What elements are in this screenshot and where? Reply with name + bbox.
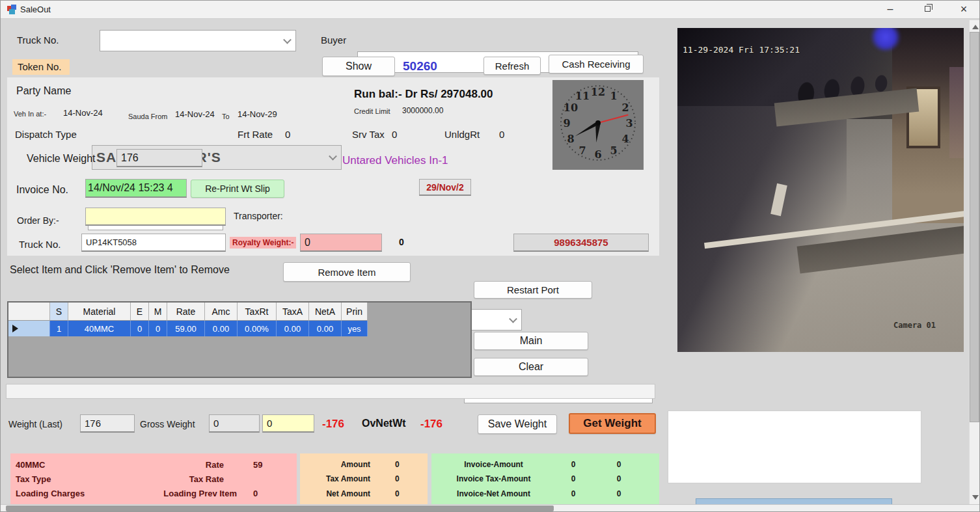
veh-in-label: Veh In at:- bbox=[14, 110, 46, 118]
grid-row-selected[interactable]: 1 40MMC 0 0 59.00 0.00 0.00% 0.00 0.00 y… bbox=[8, 321, 470, 336]
invoice-tax-v2: 0 bbox=[596, 474, 642, 483]
vertical-scrollbar-thumb[interactable] bbox=[970, 32, 979, 422]
grid-header[interactable]: Prin bbox=[342, 303, 368, 321]
grid-header[interactable]: TaxA bbox=[277, 303, 309, 321]
tax-type-label: Tax Type bbox=[16, 474, 165, 484]
camera-building-edge bbox=[949, 67, 964, 158]
grid-cell[interactable]: 0 bbox=[131, 321, 149, 336]
invoice-no-field[interactable]: 14/Nov/24 15:23 4 bbox=[85, 179, 187, 198]
invoice-amount-label: Invoice-Amount bbox=[437, 460, 551, 469]
token-number: 50260 bbox=[403, 59, 437, 74]
grid-header[interactable]: M bbox=[149, 303, 167, 321]
reprint-wt-slip-button[interactable]: Re-Print Wt Slip bbox=[191, 180, 284, 198]
show-button[interactable]: Show bbox=[322, 57, 395, 76]
truck-no-field[interactable]: UP14KT5058 bbox=[81, 234, 226, 252]
clock-numeral: 1 bbox=[610, 90, 617, 102]
material-summary-panel: 40MMC Rate 59 Tax Type Tax Rate Loading … bbox=[10, 453, 297, 505]
camera-timestamp: 11-29-2024 Fri 17:35:21 bbox=[683, 45, 800, 55]
grid-cell[interactable]: 0.00 bbox=[205, 321, 238, 336]
dispatch-type-label: Dispatch Type bbox=[15, 129, 77, 140]
row-selector-cell[interactable] bbox=[8, 321, 50, 336]
remove-item-button[interactable]: Remove Item bbox=[283, 262, 411, 282]
clock-center-icon bbox=[595, 120, 601, 126]
scroll-up-icon[interactable] bbox=[972, 25, 979, 29]
net-amount-value: 0 bbox=[395, 489, 400, 498]
gross-weight-field[interactable]: 0 bbox=[209, 414, 260, 433]
refresh-button[interactable]: Refresh bbox=[483, 57, 541, 75]
clock-numeral: 6 bbox=[594, 148, 601, 161]
truck-no-label: Truck No. bbox=[17, 34, 59, 46]
grid-header[interactable]: NetA bbox=[309, 303, 342, 321]
grid-header[interactable]: Rate bbox=[167, 303, 205, 321]
loading-charges-label: Loading Charges bbox=[16, 489, 152, 498]
close-button[interactable]: × bbox=[949, 1, 978, 19]
grid-header[interactable]: Material bbox=[68, 303, 131, 321]
grid-header-row: S Material E M Rate Amc TaxRt TaxA NetA … bbox=[8, 303, 470, 321]
weight-last-field[interactable]: 176 bbox=[80, 414, 135, 433]
row-selector-arrow-icon bbox=[12, 325, 18, 332]
horizontal-scrollbar-thumb[interactable] bbox=[6, 505, 554, 511]
order-by-field[interactable] bbox=[85, 208, 226, 226]
grid-header[interactable]: E bbox=[131, 303, 149, 321]
grid-header[interactable]: TaxRt bbox=[238, 303, 277, 321]
grid-cell[interactable]: 0.00 bbox=[277, 321, 309, 336]
sauda-from-label: Sauda From bbox=[128, 113, 168, 120]
truck-no-combobox[interactable] bbox=[100, 30, 296, 51]
tax-rate-label: Tax Rate bbox=[165, 474, 224, 484]
grid-cell[interactable]: 0 bbox=[149, 321, 167, 336]
clear-button[interactable]: Clear bbox=[474, 358, 588, 376]
camera-feed: 11-29-2024 Fri 17:35:21 Camera 01 bbox=[677, 28, 964, 352]
buyer-label: Buyer bbox=[321, 34, 346, 46]
grid-cell[interactable]: yes bbox=[342, 321, 368, 336]
credit-limit-value: 3000000.00 bbox=[402, 106, 443, 115]
net-amount-label: Net Amount bbox=[305, 489, 370, 498]
clock-numeral: 5 bbox=[610, 144, 617, 157]
clock-numeral: 10 bbox=[564, 101, 578, 114]
grid-header[interactable]: S bbox=[50, 303, 68, 321]
vehicle-weight-field[interactable]: 176 bbox=[116, 149, 202, 167]
unldg-rt-value: 0 bbox=[499, 129, 504, 140]
clock-numeral: 9 bbox=[563, 117, 570, 129]
date-field[interactable]: 29/Nov/2 bbox=[419, 179, 471, 196]
app-icon bbox=[7, 5, 17, 15]
sauda-from-value: 14-Nov-24 bbox=[175, 109, 215, 119]
weight-last-label: Weight (Last) bbox=[8, 419, 62, 429]
minimize-button[interactable]: – bbox=[876, 1, 905, 19]
vehicle-weight-label: Vehicle Weight bbox=[27, 153, 96, 165]
invoice-tax-label: Invoice Tax-Amount bbox=[437, 474, 551, 483]
amount-label: Amount bbox=[305, 460, 370, 469]
sauda-to-value: 14-Nov-29 bbox=[238, 109, 277, 119]
tare-weight-field[interactable]: 0 bbox=[262, 414, 314, 433]
message-box bbox=[668, 411, 921, 483]
order-by-label: Order By:- bbox=[17, 215, 59, 226]
scroll-down-icon[interactable] bbox=[972, 495, 979, 500]
sauda-to-label: To bbox=[222, 113, 230, 120]
loading-prev-label: Loading Prev Item bbox=[152, 489, 237, 498]
ovnetwt-value: -176 bbox=[420, 418, 442, 431]
grid-cell[interactable]: 0.00% bbox=[238, 321, 277, 336]
invoice-net-label: Invoice-Net Amount bbox=[437, 489, 551, 498]
truck-no-field-label: Truck No. bbox=[19, 239, 61, 250]
grid-cell[interactable]: 40MMC bbox=[68, 321, 131, 336]
invoice-net-v1: 0 bbox=[551, 489, 596, 498]
grid-cell[interactable]: 1 bbox=[50, 321, 68, 336]
grid-cell[interactable]: 59.00 bbox=[167, 321, 205, 336]
grid-cell[interactable]: 0.00 bbox=[309, 321, 342, 336]
restart-port-button[interactable]: Restart Port bbox=[474, 281, 592, 299]
save-weight-button[interactable]: Save Weight bbox=[478, 414, 557, 434]
amount-summary-panel: Amount 0 Tax Amount 0 Net Amount 0 bbox=[300, 453, 428, 505]
status-strip bbox=[6, 384, 655, 399]
grid-header[interactable]: Amc bbox=[205, 303, 238, 321]
royalty-extra-value: 0 bbox=[399, 237, 404, 247]
saleout-window: SaleOut – × Truck No. Buyer Token No. 14… bbox=[0, 0, 980, 512]
royalty-weight-field[interactable]: 0 bbox=[300, 234, 382, 252]
items-grid: S Material E M Rate Amc TaxRt TaxA NetA … bbox=[7, 301, 472, 378]
cash-receiving-button[interactable]: Cash Receiving bbox=[549, 55, 644, 74]
main-button[interactable]: Main bbox=[474, 332, 588, 350]
clock-numeral: 12 bbox=[591, 86, 605, 98]
phone-field[interactable]: 9896345875 bbox=[513, 234, 649, 252]
srv-tax-label: Srv Tax bbox=[352, 129, 385, 140]
get-weight-button[interactable]: Get Weight bbox=[569, 413, 656, 434]
restore-button[interactable] bbox=[914, 1, 942, 19]
material-name: 40MMC bbox=[16, 460, 165, 470]
